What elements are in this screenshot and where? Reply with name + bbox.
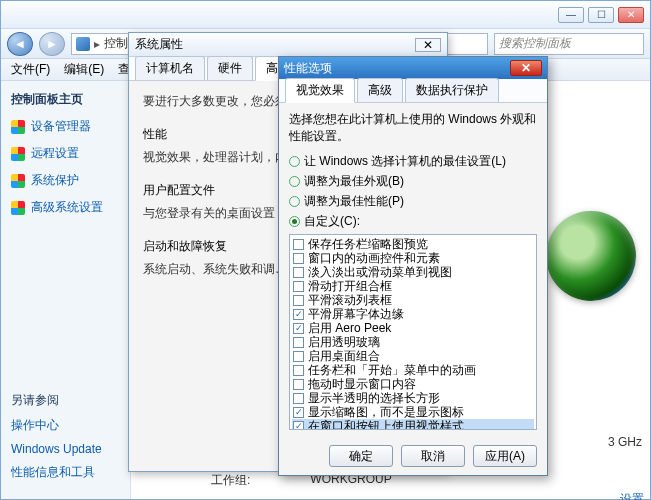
- checkbox-label: 平滑屏幕字体边缘: [308, 307, 404, 321]
- minimize-button[interactable]: —: [558, 7, 584, 23]
- checkbox-item[interactable]: 保存任务栏缩略图预览: [292, 237, 534, 251]
- checkbox-label: 任务栏和「开始」菜单中的动画: [308, 363, 476, 377]
- checkbox-item[interactable]: 滑动打开组合框: [292, 279, 534, 293]
- sidebar-link[interactable]: 设备管理器: [11, 118, 120, 135]
- checkbox-icon: [293, 351, 304, 362]
- nav-forward-button[interactable]: ►: [39, 32, 65, 56]
- perf-tabs: 视觉效果高级数据执行保护: [279, 79, 547, 103]
- visual-effects-list[interactable]: 保存任务栏缩略图预览窗口内的动画控件和元素淡入淡出或滑动菜单到视图滑动打开组合框…: [289, 234, 537, 430]
- checkbox-label: 滑动打开组合框: [308, 279, 392, 293]
- sidebar-link[interactable]: 高级系统设置: [11, 199, 120, 216]
- shield-icon: [11, 120, 25, 134]
- radio-option[interactable]: 让 Windows 选择计算机的最佳设置(L): [289, 153, 537, 170]
- checkbox-item[interactable]: 启用桌面组合: [292, 349, 534, 363]
- checkbox-item[interactable]: 显示缩略图，而不是显示图标: [292, 405, 534, 419]
- radio-icon: [289, 156, 300, 167]
- checkbox-item[interactable]: 在窗口和按钮上使用视觉样式: [292, 419, 534, 430]
- change-settings-link[interactable]: 设置: [620, 491, 644, 500]
- sidebar-title: 控制面板主页: [11, 91, 120, 108]
- checkbox-icon: [293, 365, 304, 376]
- radio-icon: [289, 196, 300, 207]
- checkbox-item[interactable]: 显示半透明的选择长方形: [292, 391, 534, 405]
- radio-option[interactable]: 自定义(C):: [289, 213, 537, 230]
- checkbox-icon: [293, 421, 304, 431]
- dialog-title: 系统属性: [135, 36, 183, 53]
- radio-label: 让 Windows 选择计算机的最佳设置(L): [304, 153, 506, 170]
- shield-icon: [11, 201, 25, 215]
- search-input[interactable]: 搜索控制面板: [494, 33, 644, 55]
- checkbox-icon: [293, 337, 304, 348]
- windows-logo-orb: [546, 211, 636, 301]
- checkbox-label: 在窗口和按钮上使用视觉样式: [308, 419, 464, 430]
- maximize-button[interactable]: ☐: [588, 7, 614, 23]
- checkbox-label: 淡入淡出或滑动菜单到视图: [308, 265, 452, 279]
- checkbox-label: 显示半透明的选择长方形: [308, 391, 440, 405]
- window-chrome: — ☐ ✕: [1, 1, 650, 29]
- menu-file[interactable]: 文件(F): [5, 59, 56, 80]
- see-also-title: 另请参阅: [11, 392, 131, 409]
- cancel-button[interactable]: 取消: [401, 445, 465, 467]
- checkbox-icon: [293, 309, 304, 320]
- sidebar-link-label: 远程设置: [31, 145, 79, 162]
- see-also-link[interactable]: 操作中心: [11, 417, 131, 434]
- perf-tab-2[interactable]: 数据执行保护: [405, 78, 499, 102]
- perf-description: 选择您想在此计算机上使用的 Windows 外观和性能设置。: [289, 111, 537, 145]
- checkbox-label: 启用桌面组合: [308, 349, 380, 363]
- checkbox-icon: [293, 323, 304, 334]
- checkbox-item[interactable]: 任务栏和「开始」菜单中的动画: [292, 363, 534, 377]
- checkbox-label: 窗口内的动画控件和元素: [308, 251, 440, 265]
- sidebar-link[interactable]: 系统保护: [11, 172, 120, 189]
- checkbox-label: 启用透明玻璃: [308, 335, 380, 349]
- sidebar-link-label: 高级系统设置: [31, 199, 103, 216]
- see-also-link[interactable]: Windows Update: [11, 442, 131, 456]
- tab-硬件[interactable]: 硬件: [207, 56, 253, 80]
- perf-close-button[interactable]: ✕: [510, 60, 542, 76]
- checkbox-item[interactable]: 拖动时显示窗口内容: [292, 377, 534, 391]
- checkbox-label: 平滑滚动列表框: [308, 293, 392, 307]
- see-also-link[interactable]: 性能信息和工具: [11, 464, 131, 481]
- radio-icon: [289, 216, 300, 227]
- ok-button[interactable]: 确定: [329, 445, 393, 467]
- checkbox-label: 启用 Aero Peek: [308, 321, 391, 335]
- workgroup-label: 工作组:: [211, 472, 250, 489]
- perf-tab-1[interactable]: 高级: [357, 78, 403, 102]
- apply-button[interactable]: 应用(A): [473, 445, 537, 467]
- checkbox-item[interactable]: 淡入淡出或滑动菜单到视图: [292, 265, 534, 279]
- radio-option[interactable]: 调整为最佳外观(B): [289, 173, 537, 190]
- perf-tab-0[interactable]: 视觉效果: [285, 78, 355, 103]
- checkbox-item[interactable]: 平滑滚动列表框: [292, 293, 534, 307]
- nav-back-button[interactable]: ◄: [7, 32, 33, 56]
- checkbox-icon: [293, 239, 304, 250]
- sidebar-link-label: 系统保护: [31, 172, 79, 189]
- dialog-close-button[interactable]: ✕: [415, 38, 441, 52]
- cpu-ghz-value: 3 GHz: [608, 435, 642, 449]
- radio-label: 自定义(C):: [304, 213, 360, 230]
- checkbox-icon: [293, 281, 304, 292]
- radio-icon: [289, 176, 300, 187]
- checkbox-icon: [293, 295, 304, 306]
- checkbox-label: 显示缩略图，而不是显示图标: [308, 405, 464, 419]
- checkbox-item[interactable]: 平滑屏幕字体边缘: [292, 307, 534, 321]
- checkbox-icon: [293, 267, 304, 278]
- sidebar-link-label: 设备管理器: [31, 118, 91, 135]
- sidebar: 控制面板主页 设备管理器远程设置系统保护高级系统设置 另请参阅 操作中心Wind…: [1, 81, 131, 499]
- sidebar-link[interactable]: 远程设置: [11, 145, 120, 162]
- checkbox-label: 保存任务栏缩略图预览: [308, 237, 428, 251]
- perf-dialog-title: 性能选项: [284, 60, 332, 77]
- close-button[interactable]: ✕: [618, 7, 644, 23]
- checkbox-item[interactable]: 启用 Aero Peek: [292, 321, 534, 335]
- radio-option[interactable]: 调整为最佳性能(P): [289, 193, 537, 210]
- shield-icon: [11, 174, 25, 188]
- checkbox-icon: [293, 407, 304, 418]
- menu-edit[interactable]: 编辑(E): [58, 59, 110, 80]
- checkbox-icon: [293, 393, 304, 404]
- checkbox-label: 拖动时显示窗口内容: [308, 377, 416, 391]
- tab-计算机名[interactable]: 计算机名: [135, 56, 205, 80]
- computer-icon: [76, 37, 90, 51]
- checkbox-icon: [293, 379, 304, 390]
- checkbox-icon: [293, 253, 304, 264]
- checkbox-item[interactable]: 启用透明玻璃: [292, 335, 534, 349]
- radio-label: 调整为最佳性能(P): [304, 193, 404, 210]
- radio-label: 调整为最佳外观(B): [304, 173, 404, 190]
- checkbox-item[interactable]: 窗口内的动画控件和元素: [292, 251, 534, 265]
